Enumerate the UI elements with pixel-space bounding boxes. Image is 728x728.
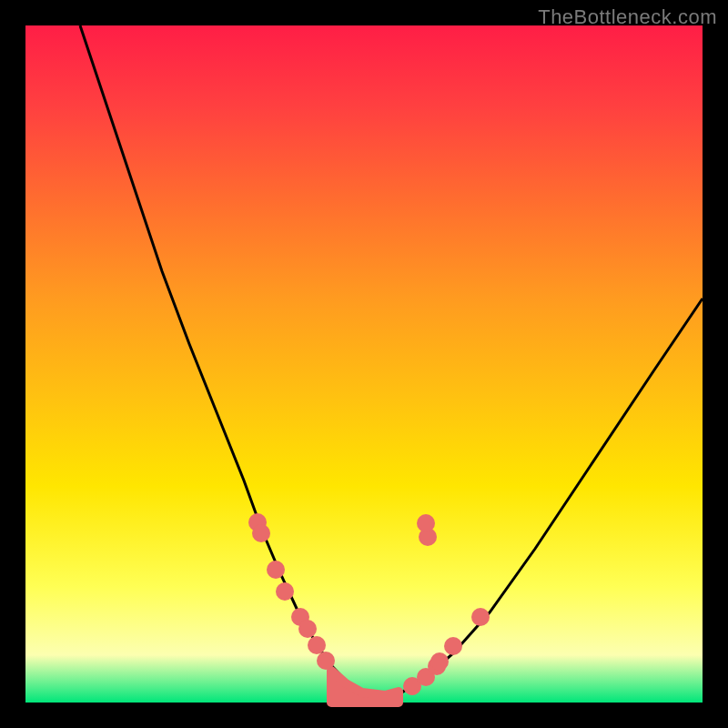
highlight-point	[267, 561, 285, 579]
highlight-point	[471, 608, 490, 626]
bottleneck-curve	[80, 25, 703, 697]
highlight-point	[298, 620, 317, 638]
highlight-points	[248, 513, 490, 695]
watermark-text: TheBottleneck.com	[538, 5, 717, 29]
highlight-point	[417, 514, 435, 532]
highlight-point	[430, 652, 449, 671]
highlight-band	[331, 671, 399, 703]
highlight-point	[308, 636, 326, 654]
highlight-point	[444, 637, 462, 655]
plot-area	[25, 25, 703, 703]
chart-frame: TheBottleneck.com	[0, 0, 728, 728]
curve-svg	[25, 25, 703, 703]
highlight-point	[276, 582, 294, 601]
highlight-point	[317, 652, 335, 670]
highlight-point	[252, 524, 270, 542]
